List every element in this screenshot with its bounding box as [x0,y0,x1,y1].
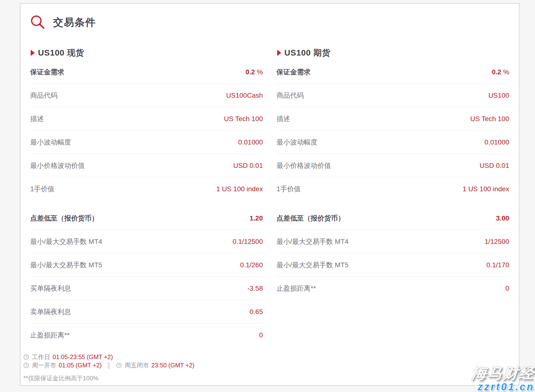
row-value-main: USD 0.01 [233,162,263,169]
friday-close-label: 周五闭市 [125,361,149,369]
table-row: 商品代码 US100 [277,84,509,107]
watermark-brand: 海马财经 [471,366,535,381]
row-value: 1/12500 [485,238,509,246]
row-value: USD 0.01 [480,162,509,170]
site-watermark: 海马财经 zzrt01.cn [472,366,535,392]
row-group: 保证金需求 0.2 % 商品代码 US100 描述 US Tech 100 最小… [277,60,509,201]
row-value-main: USD 0.01 [480,162,509,169]
row-group: 点差低至（报价货币） 3.00 最小/最大交易手数 MT4 1/12500 最小… [277,207,509,300]
row-value: 0.1/12500 [233,238,263,246]
row-label: 最小/最大交易手数 MT4 [30,237,102,246]
table-row: 保证金需求 0.2 % [277,60,509,84]
table-row: 商品代码 US100Cash [30,84,263,107]
row-value: US Tech 100 [224,115,263,123]
row-value-main: 0.65 [250,308,263,316]
table-row: 止盈损距离** 0 [277,277,509,300]
row-label: 卖单隔夜利息 [30,307,71,316]
row-value: 1.20 [250,214,263,222]
row-value-main: -3.58 [247,285,263,292]
row-label: 最小波动幅度 [277,138,318,147]
monday-open-label: 周一开市 [32,361,56,369]
row-label: 最小价格波动价值 [277,161,331,170]
friday-close-time: 23:50 (GMT +2) [151,362,195,369]
monday-open-time: 01:05 (GMT +2) [59,362,102,369]
row-value-main: 1 US 100 index [463,185,509,193]
instrument-title-text: US100 现货 [38,47,84,58]
row-value-main: 0.1/12500 [233,238,263,245]
row-value: 1 US 100 index [216,185,263,193]
row-label: 商品代码 [277,91,304,100]
row-value: 3.00 [496,214,509,222]
magnifier-icon [30,15,46,30]
row-value: 0.2 % [492,68,509,76]
row-value-main: 0.2 [492,68,501,76]
table-row: 最小/最大交易手数 MT4 1/12500 [277,230,509,253]
weekday-time: 01:05-23:55 (GMT +2) [53,354,113,361]
row-value: 0.1/170 [487,261,509,269]
row-value: 0.1/260 [240,261,263,269]
weekday-hours-line: 工作日 01:05-23:55 (GMT +2) [23,353,509,361]
row-value-main: 0 [259,331,263,339]
row-value-suffix: % [255,68,263,76]
table-row: 1手价值 1 US 100 index [30,177,263,201]
triangle-bullet-icon [277,50,282,56]
row-group: 保证金需求 0.2 % 商品代码 US100Cash 描述 US Tech 10… [30,60,263,201]
row-value: US100 [488,92,509,99]
row-value-main: 0.2 [245,68,255,76]
card-content: 交易条件 US100 现货 保证金需求 0.2 % 商品代码 US100Cash… [20,4,519,382]
clock-icon [116,363,122,368]
table-row: 点差低至（报价货币） 1.20 [30,207,263,230]
row-label: 最小价格波动价值 [30,161,85,170]
table-row: 最小波动幅度 0.01000 [277,131,509,154]
row-label: 商品代码 [30,91,57,100]
row-label: 买单隔夜利息 [30,284,71,293]
row-value: 0 [259,331,263,339]
row-label: 描述 [30,114,44,124]
row-label: 1手价值 [30,184,55,194]
row-value: USD 0.01 [233,162,263,170]
row-value: 0.65 [250,308,263,316]
row-value: US Tech 100 [470,115,509,123]
clock-icon [23,363,29,368]
row-value-main: 1.20 [250,214,263,222]
footer-separator: | [108,362,110,369]
friday-close-segment: 周五闭市 23:50 (GMT +2) [116,361,195,369]
watermark-url: zzrt01.cn [472,382,535,392]
row-value-main: 0.1/260 [240,261,263,269]
row-value-main: 0.1/170 [487,261,509,269]
row-value-main: US Tech 100 [224,115,263,123]
row-value-main: 0.01000 [238,138,263,146]
row-value: 0.2 % [245,68,263,76]
row-value: -3.58 [247,285,263,292]
table-row: 最小/最大交易手数 MT5 0.1/170 [277,253,509,277]
row-label: 最小/最大交易手数 MT4 [277,237,349,246]
clock-icon [23,354,29,360]
weekday-label: 工作日 [32,353,50,361]
row-value-main: 3.00 [496,214,509,222]
monday-open-segment: 周一开市 01:05 (GMT +2) [23,361,102,369]
row-label: 描述 [277,114,290,124]
table-row: 描述 US Tech 100 [277,107,509,131]
table-row: 买单隔夜利息 -3.58 [30,277,263,300]
row-value: 1 US 100 index [463,185,509,193]
table-row: 点差低至（报价货币） 3.00 [277,207,509,230]
table-row: 最小价格波动价值 USD 0.01 [30,154,263,177]
instrument-column: US100 现货 保证金需求 0.2 % 商品代码 US100Cash 描述 U… [30,32,263,347]
row-value: 0 [505,285,509,292]
table-row: 最小/最大交易手数 MT4 0.1/12500 [30,230,263,253]
row-label: 1手价值 [277,184,301,194]
table-row: 最小价格波动价值 USD 0.01 [277,154,509,177]
triangle-bullet-icon [30,50,35,56]
row-value-main: US Tech 100 [470,115,509,123]
row-value: 0.01000 [238,138,263,146]
row-label: 止盈损距离** [30,331,70,340]
row-value-main: US100 [488,92,509,99]
table-row: 止盈损距离** 0 [30,324,263,347]
table-row: 描述 US Tech 100 [30,107,263,131]
margin-footnote: **仅限保证金比例高于100% [23,374,509,382]
row-value-main: 1 US 100 index [216,185,263,193]
table-row: 卖单隔夜利息 0.65 [30,300,263,324]
row-value: US100Cash [226,92,263,99]
table-row: 1手价值 1 US 100 index [277,177,509,201]
table-row: 最小/最大交易手数 MT5 0.1/260 [30,253,263,277]
